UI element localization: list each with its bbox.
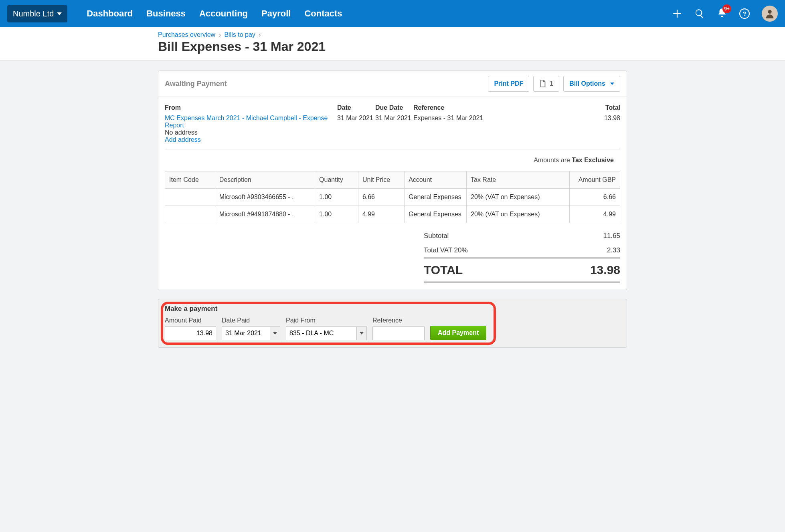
svg-text:?: ? — [743, 10, 746, 17]
grand-total-value: 13.98 — [590, 263, 620, 277]
header-reference: Reference — [413, 104, 572, 111]
amounts-note: Amounts are Tax Exclusive — [165, 149, 620, 168]
cell-tax-rate: 20% (VAT on Expenses) — [467, 189, 570, 206]
search-icon[interactable] — [694, 8, 705, 19]
paid-from-label: Paid From — [286, 317, 367, 324]
status-bar: Awaiting Payment Print PDF 1 Bill Option… — [158, 71, 627, 97]
subtotal-value: 11.65 — [603, 232, 620, 240]
bill-from-link[interactable]: MC Expenses March 2021 - Michael Campbel… — [165, 115, 328, 129]
cell-quantity: 1.00 — [315, 206, 358, 223]
page-title: Bill Expenses - 31 Mar 2021 — [158, 39, 627, 54]
amounts-note-prefix: Amounts are — [534, 157, 572, 163]
breadcrumb: Purchases overview › Bills to pay › — [158, 31, 627, 38]
bill-date: 31 Mar 2021 — [337, 115, 375, 143]
reference-input[interactable] — [372, 326, 425, 340]
vat-label: Total VAT 20% — [424, 246, 468, 254]
print-pdf-button[interactable]: Print PDF — [488, 76, 529, 92]
subheader: Purchases overview › Bills to pay › Bill… — [0, 27, 785, 61]
top-nav: Numble Ltd Dashboard Business Accounting… — [0, 0, 785, 27]
svg-point-2 — [768, 10, 771, 14]
breadcrumb-sep: › — [219, 31, 221, 38]
nav-contacts[interactable]: Contacts — [304, 8, 342, 19]
make-payment-title: Make a payment — [165, 305, 620, 313]
bill-reference: Expenses - 31 Mar 2021 — [413, 115, 572, 143]
subtotal-label: Subtotal — [424, 232, 449, 240]
cell-tax-rate: 20% (VAT on Expenses) — [467, 206, 570, 223]
cell-quantity: 1.00 — [315, 189, 358, 206]
attachments-count: 1 — [550, 80, 553, 87]
paid-from-dropdown[interactable] — [356, 326, 367, 340]
cell-amount: 6.66 — [569, 189, 620, 206]
header-total: Total — [572, 104, 620, 111]
amounts-note-value: Tax Exclusive — [572, 157, 614, 163]
cell-account: General Expenses — [405, 206, 467, 223]
add-payment-button[interactable]: Add Payment — [430, 326, 486, 340]
cell-unit-price: 6.66 — [358, 189, 404, 206]
cell-description: Microsoft #9491874880 - . — [215, 206, 315, 223]
table-row: Microsoft #9491874880 - .1.004.99General… — [165, 206, 620, 223]
header-from: From — [165, 104, 337, 111]
plus-icon[interactable] — [672, 8, 682, 19]
bill-no-address: No address — [165, 129, 198, 136]
notifications-bell[interactable]: 9+ — [717, 8, 727, 20]
amount-paid-input[interactable] — [165, 326, 216, 340]
cell-item-code — [165, 189, 215, 206]
file-icon — [539, 80, 546, 88]
date-paid-dropdown[interactable] — [270, 326, 280, 340]
grand-total-label: TOTAL — [424, 263, 463, 277]
col-item-code: Item Code — [165, 171, 215, 189]
table-row: Microsoft #9303466655 - .1.006.66General… — [165, 189, 620, 206]
add-address-link[interactable]: Add address — [165, 136, 201, 143]
breadcrumb-bills[interactable]: Bills to pay — [224, 31, 255, 38]
totals: Subtotal 11.65 Total VAT 20% 2.33 TOTAL … — [424, 229, 620, 282]
nav-payroll[interactable]: Payroll — [261, 8, 291, 19]
col-amount: Amount GBP — [569, 171, 620, 189]
col-quantity: Quantity — [315, 171, 358, 189]
cell-unit-price: 4.99 — [358, 206, 404, 223]
vat-value: 2.33 — [607, 246, 620, 254]
col-tax-rate: Tax Rate — [467, 171, 570, 189]
org-selector[interactable]: Numble Ltd — [7, 5, 67, 22]
action-buttons: Print PDF 1 Bill Options — [488, 76, 620, 92]
chevron-down-icon — [273, 332, 277, 335]
make-payment-panel: Make a payment Amount Paid Date Paid Pai… — [158, 299, 627, 348]
nav-dashboard[interactable]: Dashboard — [87, 8, 133, 19]
notification-badge: 9+ — [722, 4, 731, 13]
date-paid-label: Date Paid — [222, 317, 280, 324]
help-icon[interactable]: ? — [739, 8, 750, 19]
nav-accounting[interactable]: Accounting — [199, 8, 248, 19]
status-text: Awaiting Payment — [165, 80, 227, 88]
reference-label: Reference — [372, 317, 425, 324]
breadcrumb-sep: › — [259, 31, 261, 38]
date-paid-input[interactable] — [222, 326, 270, 340]
cell-description: Microsoft #9303466655 - . — [215, 189, 315, 206]
bill-card: Awaiting Payment Print PDF 1 Bill Option… — [158, 71, 627, 290]
bill-due-date: 31 Mar 2021 — [375, 115, 413, 143]
header-due: Due Date — [375, 104, 413, 111]
breadcrumb-purchases[interactable]: Purchases overview — [158, 31, 215, 38]
chevron-down-icon — [360, 332, 364, 335]
cell-item-code — [165, 206, 215, 223]
nav-right: 9+ ? — [672, 6, 778, 22]
col-unit-price: Unit Price — [358, 171, 404, 189]
org-name: Numble Ltd — [13, 9, 54, 18]
bill-options-button[interactable]: Bill Options — [563, 76, 620, 92]
col-account: Account — [405, 171, 467, 189]
nav-links: Dashboard Business Accounting Payroll Co… — [87, 8, 342, 19]
bill-total: 13.98 — [572, 115, 620, 143]
print-pdf-label: Print PDF — [494, 80, 523, 87]
paid-from-input[interactable] — [286, 326, 356, 340]
add-payment-label: Add Payment — [438, 329, 479, 336]
avatar[interactable] — [762, 6, 778, 22]
chevron-down-icon — [610, 83, 614, 85]
cell-account: General Expenses — [405, 189, 467, 206]
nav-business[interactable]: Business — [146, 8, 186, 19]
amount-paid-label: Amount Paid — [165, 317, 216, 324]
bill-info: From Date Due Date Reference Total MC Ex… — [158, 97, 627, 171]
line-items-table: Item Code Description Quantity Unit Pric… — [165, 171, 620, 223]
items-wrap: Item Code Description Quantity Unit Pric… — [158, 171, 627, 290]
header-date: Date — [337, 104, 375, 111]
bill-options-label: Bill Options — [569, 80, 605, 87]
chevron-down-icon — [57, 12, 62, 15]
attachments-button[interactable]: 1 — [533, 76, 559, 92]
